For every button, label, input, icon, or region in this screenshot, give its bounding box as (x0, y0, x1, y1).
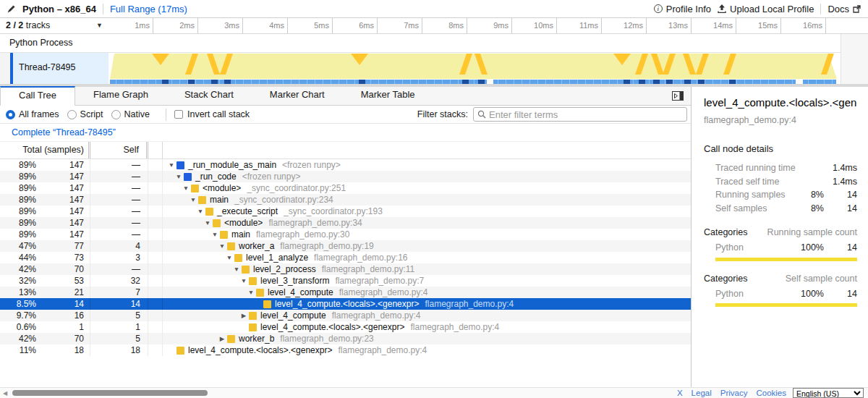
call-tree-row[interactable]: 0.6%11level_4_compute.<locals>.<genexpr>… (0, 321, 691, 333)
total-samples: 147 (36, 171, 90, 182)
frame-cell: ▶level_4_computeflamegraph_demo.py:4 (163, 310, 691, 321)
twisty-open-icon[interactable]: ▼ (210, 231, 219, 238)
frame-filter-all-frames[interactable]: All frames (6, 109, 59, 119)
twisty-open-icon[interactable]: ▼ (196, 208, 205, 215)
call-tree-row[interactable]: 8.5%1414level_4_compute.<locals>.<genexp… (0, 298, 691, 310)
upload-label: Upload Local Profile (730, 4, 814, 14)
total-samples: 77 (36, 240, 90, 252)
edit-profile-name-icon[interactable] (7, 4, 16, 13)
twisty-open-icon[interactable]: ▼ (167, 161, 176, 169)
call-tree-row[interactable]: 13%217▼level_4_computeflamegraph_demo.py… (0, 287, 691, 298)
twisty-closed-icon[interactable]: ▶ (218, 335, 226, 342)
invert-call-stack-checkbox[interactable]: Invert call stack (174, 109, 250, 119)
category-percent: 100% (795, 289, 824, 299)
thread-track-label[interactable]: Thread-78495 (0, 53, 109, 84)
total-cell: 11%18 (0, 344, 90, 356)
language-select[interactable]: English (US) (793, 388, 864, 398)
footer-link-cookies[interactable]: Cookies (756, 389, 786, 397)
call-tree-row[interactable]: 11%1818level_4_compute.<locals>.<genexpr… (0, 344, 691, 356)
horizontal-scrollbar-thumb[interactable] (12, 390, 208, 396)
filter-stacks-input[interactable] (489, 109, 683, 120)
spacer-cell (148, 171, 163, 182)
frame-filter-native[interactable]: Native (111, 109, 150, 119)
footer-link-legal[interactable]: Legal (692, 389, 712, 397)
detail-value: 14 (824, 190, 857, 200)
frame-filter-script[interactable]: Script (67, 109, 103, 119)
column-header-self[interactable]: Self (90, 142, 148, 158)
call-tree-header: Total (samples) Self (0, 142, 691, 159)
docs-link[interactable]: Docs (827, 4, 861, 14)
ruler-tick: 12ms (602, 18, 647, 33)
footer-link-x[interactable]: X (677, 389, 683, 397)
call-tree-row[interactable]: 89%147—▼_run_module_as_main<frozen runpy… (0, 159, 691, 171)
frame-cell: ▼worker_aflamegraph_demo.py:19 (163, 240, 691, 252)
call-tree-row[interactable]: 89%147—▼_execute_script_sync_coordinator… (0, 206, 691, 217)
total-percent: 89% (0, 217, 36, 229)
spacer-cell (148, 182, 163, 194)
process-track-header[interactable]: Python Process (0, 34, 841, 53)
frame-name: _run_code (195, 172, 237, 182)
call-tree-row[interactable]: 89%147—▼main_sync_coordinator.py:234 (0, 194, 691, 206)
twisty-open-icon[interactable]: ▼ (189, 196, 197, 203)
category-bar (715, 303, 857, 307)
call-tree-row[interactable]: 89%147—▼_run_code<frozen runpy> (0, 171, 691, 182)
call-tree-row[interactable]: 42%70—▼level_2_processflamegraph_demo.py… (0, 263, 691, 275)
twisty-closed-icon[interactable]: ▶ (239, 312, 248, 319)
call-tree-row[interactable]: 9.7%165▶level_4_computeflamegraph_demo.p… (0, 310, 691, 321)
tab-marker-chart[interactable]: Marker Chart (252, 86, 343, 105)
total-cell: 8.5%14 (0, 298, 90, 310)
spacer-cell (148, 344, 163, 356)
twisty-open-icon[interactable]: ▼ (174, 173, 183, 180)
total-percent: 42% (0, 263, 36, 275)
twisty-open-icon[interactable]: ▼ (225, 254, 234, 261)
scroll-left-arrow[interactable]: ◀ (3, 389, 7, 398)
detail-percent: 8% (795, 203, 824, 213)
self-samples: — (90, 159, 148, 171)
call-tree-row[interactable]: 32%5332▼level_3_transformflamegraph_demo… (0, 275, 691, 287)
twisty-open-icon[interactable]: ▼ (203, 219, 212, 226)
indent (167, 292, 247, 293)
profile-info-button[interactable]: i Profile Info (654, 4, 711, 14)
tracks-dropdown[interactable]: 2 / 2 tracks ▼ (0, 18, 109, 33)
call-tree-row[interactable]: 42%705▶worker_bflamegraph_demo.py:23 (0, 333, 691, 344)
total-percent: 32% (0, 275, 36, 287)
upload-profile-button[interactable]: Upload Local Profile (718, 4, 814, 14)
twisty-open-icon[interactable]: ▼ (182, 185, 190, 192)
timeline-ruler[interactable]: 1ms2ms3ms4ms5ms6ms7ms8ms9ms10ms11ms12ms1… (109, 18, 826, 33)
twisty-open-icon[interactable]: ▼ (218, 242, 226, 250)
total-samples: 14 (36, 298, 90, 310)
footer-link-privacy[interactable]: Privacy (720, 389, 748, 397)
tab-flame-graph[interactable]: Flame Graph (75, 86, 166, 105)
total-samples: 1 (36, 321, 90, 333)
twisty-open-icon[interactable]: ▼ (247, 289, 255, 296)
breadcrumb-complete-range[interactable]: Complete “Thread-78495” (12, 124, 116, 141)
total-samples: 16 (36, 310, 90, 321)
category-row: Python100%14 (704, 287, 857, 301)
frame-file: <frozen runpy> (242, 172, 301, 182)
twisty-open-icon[interactable]: ▼ (232, 266, 241, 273)
categories-header: CategoriesSelf sample count (704, 274, 857, 284)
ruler-tick: 9ms (467, 18, 512, 33)
column-header-total[interactable]: Total (samples) (0, 142, 90, 158)
ruler-tick: 11ms (557, 18, 602, 33)
call-tree-row[interactable]: 44%733▼level_1_analyzeflamegraph_demo.py… (0, 252, 691, 263)
categories-count-label: Self sample count (747, 274, 857, 284)
full-range-link[interactable]: Full Range (17ms) (110, 4, 187, 14)
indent (167, 223, 203, 224)
open-sidebar-button[interactable] (672, 91, 684, 101)
call-tree-row[interactable]: 89%147—▼mainflamegraph_demo.py:30 (0, 229, 691, 240)
ruler-tick: 6ms (333, 18, 378, 33)
frame-file: flamegraph_demo.py:34 (268, 218, 362, 228)
twisty-open-icon[interactable]: ▼ (239, 277, 248, 284)
total-samples: 21 (36, 287, 90, 298)
tab-stack-chart[interactable]: Stack Chart (166, 86, 252, 105)
call-tree-row[interactable]: 47%774▼worker_aflamegraph_demo.py:19 (0, 240, 691, 252)
tab-call-tree[interactable]: Call Tree (0, 86, 75, 106)
thread-activity-graph (109, 53, 841, 84)
spacer-cell (148, 321, 163, 333)
frame-cell: ▼<module>_sync_coordinator.py:251 (163, 182, 691, 194)
tab-marker-table[interactable]: Marker Table (343, 86, 433, 105)
call-tree-row[interactable]: 89%147—▼<module>flamegraph_demo.py:34 (0, 217, 691, 229)
thread-activity-track[interactable] (109, 53, 841, 84)
call-tree-row[interactable]: 89%147—▼<module>_sync_coordinator.py:251 (0, 182, 691, 194)
